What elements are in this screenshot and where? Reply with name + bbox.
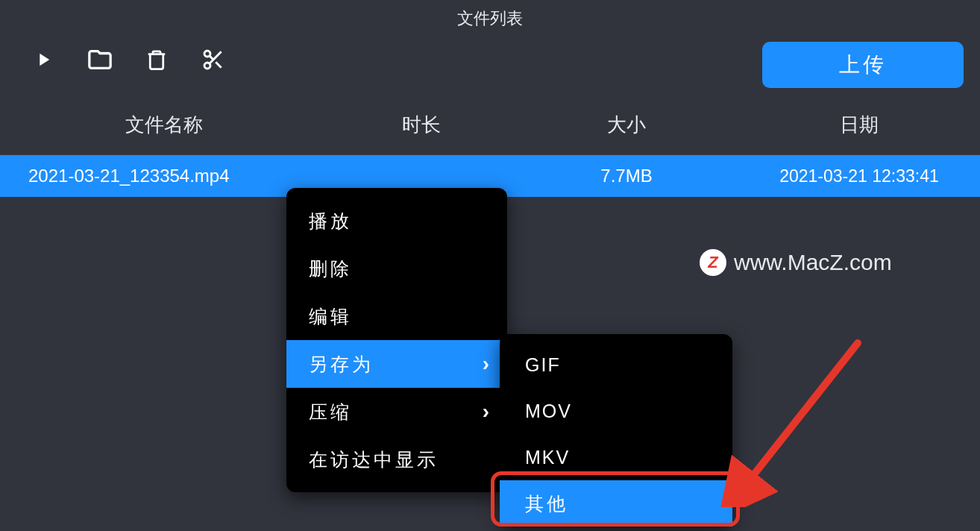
delete-button[interactable] [139, 42, 175, 78]
menu-item-edit[interactable]: 编辑 [286, 292, 507, 340]
watermark: Z www.MacZ.com [700, 249, 892, 276]
svg-line-2 [746, 343, 858, 485]
scissors-icon [201, 48, 225, 72]
trash-icon [145, 48, 168, 71]
menu-item-save-as[interactable]: 另存为 › [286, 340, 507, 388]
submenu-item-label: GIF [525, 354, 561, 376]
cell-size: 7.7MB [515, 166, 738, 186]
menu-item-label: 删除 [309, 257, 352, 281]
cell-filename: 2021-03-21_123354.mp4 [0, 166, 328, 186]
column-header-size: 大小 [515, 112, 738, 138]
column-header-duration: 时长 [328, 112, 515, 138]
watermark-text: www.MacZ.com [734, 250, 892, 275]
folder-button[interactable] [82, 42, 118, 78]
cut-button[interactable] [195, 42, 231, 78]
watermark-badge: Z [700, 249, 726, 276]
submenu-item-mov[interactable]: MOV [500, 388, 732, 434]
column-header-date: 日期 [738, 112, 980, 138]
submenu-item-label: MOV [525, 400, 572, 422]
menu-item-label: 压缩 [309, 400, 352, 424]
menu-item-show-in-finder[interactable]: 在访达中显示 [286, 436, 507, 483]
upload-button[interactable]: 上传 [762, 42, 964, 88]
context-menu: 播放 删除 编辑 另存为 › 压缩 › 在访达中显示 [286, 188, 507, 492]
menu-item-play[interactable]: 播放 [286, 197, 507, 245]
column-header-name: 文件名称 [0, 112, 328, 138]
svg-point-1 [204, 63, 210, 69]
submenu-item-gif[interactable]: GIF [500, 342, 732, 388]
submenu-item-other[interactable]: 其他 [500, 480, 732, 527]
folder-icon [87, 47, 113, 72]
cell-date: 2021-03-21 12:33:41 [738, 166, 980, 186]
menu-item-label: 编辑 [309, 304, 352, 329]
submenu-item-label: 其他 [525, 491, 568, 516]
menu-item-delete[interactable]: 删除 [286, 245, 507, 292]
play-button[interactable] [25, 42, 61, 78]
toolbar: 上传 [0, 36, 980, 95]
submenu-item-mkv[interactable]: MKV [500, 434, 732, 480]
menu-item-label: 播放 [309, 209, 352, 233]
submenu-item-label: MKV [525, 447, 570, 468]
table-header: 文件名称 时长 大小 日期 [0, 95, 980, 155]
chevron-right-icon: › [483, 352, 489, 376]
svg-point-0 [204, 51, 210, 57]
menu-item-label: 在访达中显示 [309, 447, 439, 472]
submenu-save-as: GIF MOV MKV 其他 [500, 334, 732, 527]
menu-item-label: 另存为 [309, 352, 374, 377]
menu-item-compress[interactable]: 压缩 › [286, 388, 507, 436]
play-icon [33, 49, 54, 70]
window-title: 文件列表 [0, 0, 980, 36]
chevron-right-icon: › [483, 400, 489, 424]
